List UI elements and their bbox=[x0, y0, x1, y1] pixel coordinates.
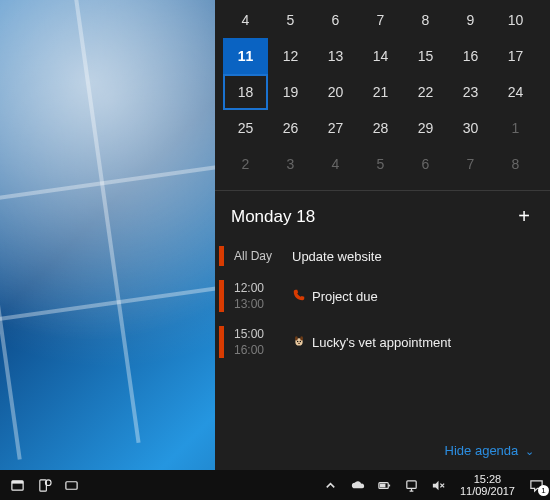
calendar-day[interactable]: 13 bbox=[313, 38, 358, 74]
calendar-day[interactable]: 24 bbox=[493, 74, 538, 110]
svg-point-1 bbox=[295, 336, 298, 340]
agenda-list: All DayUpdate website12:0013:00Project d… bbox=[215, 234, 550, 372]
calendar-day[interactable]: 21 bbox=[358, 74, 403, 110]
calendar-day[interactable]: 1 bbox=[493, 110, 538, 146]
calendar-day[interactable]: 8 bbox=[493, 146, 538, 182]
calendar-day[interactable]: 7 bbox=[358, 2, 403, 38]
event-start-time: 12:00 bbox=[234, 280, 292, 296]
calendar-day[interactable]: 28 bbox=[358, 110, 403, 146]
calendar-day[interactable]: 26 bbox=[268, 110, 313, 146]
svg-point-2 bbox=[300, 336, 303, 340]
calendar-day[interactable]: 23 bbox=[448, 74, 493, 110]
hide-agenda-link[interactable]: Hide agenda ⌄ bbox=[445, 443, 534, 458]
calendar-day[interactable]: 12 bbox=[268, 38, 313, 74]
taskbar: 15:28 11/09/2017 1 bbox=[0, 470, 550, 500]
svg-rect-12 bbox=[389, 484, 390, 486]
calendar-day[interactable]: 22 bbox=[403, 74, 448, 110]
add-event-button[interactable]: + bbox=[514, 205, 534, 228]
event-time: 12:0013:00 bbox=[234, 280, 292, 312]
calendar-day[interactable]: 19 bbox=[268, 74, 313, 110]
calendar-day[interactable]: 6 bbox=[313, 2, 358, 38]
taskbar-pinned-apps bbox=[4, 470, 85, 500]
calendar-day[interactable]: 4 bbox=[313, 146, 358, 182]
calendar-day[interactable]: 10 bbox=[493, 2, 538, 38]
calendar-day[interactable]: 25 bbox=[223, 110, 268, 146]
calendar-day[interactable]: 27 bbox=[313, 110, 358, 146]
agenda-header: Monday 18 + bbox=[215, 191, 550, 234]
calendar-day[interactable]: 16 bbox=[448, 38, 493, 74]
svg-rect-13 bbox=[380, 483, 386, 487]
calendar-grid: 4567891011121314151617181920212223242526… bbox=[215, 0, 550, 188]
svg-rect-10 bbox=[66, 481, 77, 489]
action-center-badge: 1 bbox=[538, 485, 549, 496]
event-color-bar bbox=[219, 246, 224, 266]
event-end-time: 16:00 bbox=[234, 342, 292, 358]
chevron-down-icon: ⌄ bbox=[522, 445, 534, 457]
calendar-day[interactable]: 3 bbox=[268, 146, 313, 182]
tray-up-icon[interactable] bbox=[317, 470, 344, 500]
calendar-row: 2345678 bbox=[223, 146, 542, 182]
agenda-event[interactable]: All DayUpdate website bbox=[215, 240, 550, 272]
svg-point-4 bbox=[300, 340, 301, 341]
event-title: Project due bbox=[292, 280, 538, 312]
pinned-app-3[interactable] bbox=[58, 470, 85, 500]
event-color-bar bbox=[219, 280, 224, 312]
calendar-day[interactable]: 4 bbox=[223, 2, 268, 38]
pinned-app-2[interactable] bbox=[31, 470, 58, 500]
calendar-row: 2526272829301 bbox=[223, 110, 542, 146]
agenda-event[interactable]: 15:0016:00Lucky's vet appointment bbox=[215, 320, 550, 364]
battery-icon[interactable] bbox=[371, 470, 398, 500]
calendar-flyout: 4567891011121314151617181920212223242526… bbox=[215, 0, 550, 470]
calendar-day[interactable]: 6 bbox=[403, 146, 448, 182]
calendar-day[interactable]: 11 bbox=[223, 38, 268, 74]
volume-muted-icon[interactable] bbox=[425, 470, 452, 500]
calendar-day[interactable]: 5 bbox=[268, 2, 313, 38]
calendar-day[interactable]: 14 bbox=[358, 38, 403, 74]
calendar-row: 11121314151617 bbox=[223, 38, 542, 74]
network-icon[interactable] bbox=[398, 470, 425, 500]
calendar-day[interactable]: 15 bbox=[403, 38, 448, 74]
clock-date: 11/09/2017 bbox=[460, 485, 515, 497]
svg-rect-7 bbox=[12, 480, 23, 483]
calendar-day[interactable]: 9 bbox=[448, 2, 493, 38]
clock-time: 15:28 bbox=[460, 473, 515, 485]
onedrive-icon[interactable] bbox=[344, 470, 371, 500]
svg-rect-14 bbox=[407, 480, 416, 488]
hide-agenda-row: Hide agenda ⌄ bbox=[215, 435, 550, 470]
calendar-day[interactable]: 29 bbox=[403, 110, 448, 146]
calendar-day[interactable]: 5 bbox=[358, 146, 403, 182]
calendar-day[interactable]: 20 bbox=[313, 74, 358, 110]
phone-icon bbox=[292, 288, 306, 305]
agenda-event[interactable]: 12:0013:00Project due bbox=[215, 274, 550, 318]
calendar-row: 45678910 bbox=[223, 2, 542, 38]
hide-agenda-label: Hide agenda bbox=[445, 443, 519, 458]
calendar-day[interactable]: 2 bbox=[223, 146, 268, 182]
svg-point-5 bbox=[298, 342, 300, 343]
calendar-day[interactable]: 7 bbox=[448, 146, 493, 182]
event-title: Lucky's vet appointment bbox=[292, 326, 538, 358]
event-end-time: 13:00 bbox=[234, 296, 292, 312]
taskbar-clock[interactable]: 15:28 11/09/2017 bbox=[452, 470, 523, 500]
action-center-icon[interactable]: 1 bbox=[523, 470, 550, 500]
event-all-day-label: All Day bbox=[234, 246, 292, 266]
calendar-day[interactable]: 30 bbox=[448, 110, 493, 146]
pinned-app-1[interactable] bbox=[4, 470, 31, 500]
calendar-day[interactable]: 8 bbox=[403, 2, 448, 38]
event-title: Update website bbox=[292, 246, 538, 266]
calendar-day[interactable]: 17 bbox=[493, 38, 538, 74]
event-start-time: 15:00 bbox=[234, 326, 292, 342]
calendar-day[interactable]: 18 bbox=[223, 74, 268, 110]
event-color-bar bbox=[219, 326, 224, 358]
event-time: 15:0016:00 bbox=[234, 326, 292, 358]
calendar-row: 18192021222324 bbox=[223, 74, 542, 110]
agenda-date-label: Monday 18 bbox=[231, 207, 315, 227]
svg-point-3 bbox=[297, 340, 298, 341]
dog-icon bbox=[292, 334, 306, 351]
